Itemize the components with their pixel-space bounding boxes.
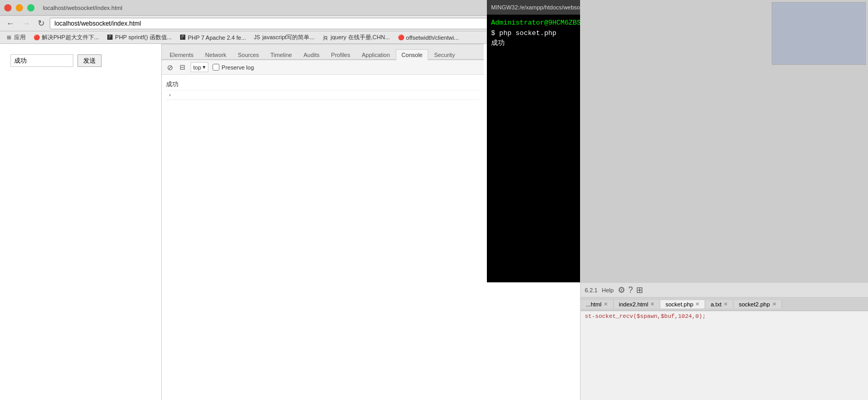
editor-tab-2-label: index2.html [619, 301, 648, 307]
send-button[interactable]: 发送 [77, 54, 102, 67]
context-selector[interactable]: top ▾ [191, 62, 208, 72]
editor-tab-5-close[interactable]: ✕ [772, 301, 776, 307]
devtools-toolbar: ⊘ ⊟ top ▾ Preserve log [162, 60, 484, 75]
tab-network[interactable]: Network [199, 49, 232, 60]
editor-help-btn[interactable]: ? [628, 285, 633, 295]
bookmark-1-label: 解决PHP超大文件下... [42, 33, 99, 41]
editor-help-link[interactable]: Help [602, 287, 614, 293]
editor-tab-2-close[interactable]: ✕ [650, 301, 654, 307]
bookmark-6-label: offsetwidth/clientwi... [406, 35, 459, 41]
context-dropdown-icon: ▾ [203, 64, 206, 71]
thumbnail-area [580, 0, 868, 282]
editor-tab-4-close[interactable]: ✕ [724, 301, 728, 307]
preserve-log-text: Preserve log [221, 64, 254, 71]
tab-audits[interactable]: Audits [298, 49, 326, 60]
devtools-panel: Elements Network Sources Timeline Audits… [161, 44, 484, 400]
editor-tab-4-label: a.txt [710, 301, 721, 307]
bk1-icon: 🔴 [33, 34, 40, 41]
console-chevron-icon[interactable]: › [166, 92, 174, 98]
editor-toolbar: 6.2.1 Help ⚙ ? ⊞ [581, 283, 868, 298]
editor-code-snippet: st-socket_recv($spawn,$buf,1024,0); [585, 313, 706, 319]
bookmark-5[interactable]: jq jquery 在线手册,CHN... [319, 32, 393, 42]
minimize-btn[interactable] [16, 4, 23, 12]
tab-sources[interactable]: Sources [232, 49, 264, 60]
bookmark-apps[interactable]: ⊞ 应用 [2, 32, 29, 42]
editor-settings-btn[interactable]: ⚙ [618, 285, 625, 295]
editor-panel: 6.2.1 Help ⚙ ? ⊞ ...html ✕ index2.html ✕… [580, 282, 868, 400]
bk2-icon: 🅿 [106, 34, 114, 41]
bookmark-apps-label: 应用 [14, 33, 26, 41]
console-output: 成功 › [162, 75, 484, 400]
console-chevron-entry: › [166, 90, 480, 100]
bk5-icon: jq [322, 34, 329, 41]
terminal-title-text: MINGW32:/e/xampp/htdocs/websocket [491, 4, 591, 10]
message-input[interactable] [10, 54, 73, 67]
bk3-icon: 🅿 [179, 34, 186, 41]
bookmark-6[interactable]: 🔴 offsetwidth/clientwi... [394, 33, 462, 42]
editor-tab-1-close[interactable]: ✕ [604, 301, 608, 307]
bookmark-3-label: PHP 7 Apache 2.4 fe... [188, 35, 246, 41]
filter-btn[interactable]: ⊟ [179, 62, 186, 72]
editor-code-area[interactable]: st-socket_recv($spawn,$buf,1024,0); [581, 311, 868, 322]
forward-btn[interactable]: → [20, 18, 32, 29]
editor-tab-5[interactable]: socket2.php ✕ [733, 300, 782, 308]
editor-tab-1[interactable]: ...html ✕ [581, 300, 614, 308]
bookmark-4[interactable]: JS javascript写的简单... [250, 32, 318, 42]
editor-tabs: ...html ✕ index2.html ✕ socket.php ✕ a.t… [581, 298, 868, 311]
console-text-1: 成功 [166, 80, 179, 89]
tab-elements[interactable]: Elements [164, 49, 199, 60]
editor-tab-5-label: socket2.php [739, 301, 770, 307]
editor-icon-buttons: ⚙ ? ⊞ [618, 285, 643, 295]
close-btn[interactable] [4, 4, 12, 12]
bookmark-4-label: javascript写的简单... [262, 33, 315, 41]
tab-security[interactable]: Security [428, 49, 461, 60]
context-label: top [193, 64, 201, 71]
preserve-log-checkbox[interactable] [213, 64, 219, 71]
bookmark-5-label: jquery 在线手册,CHN... [331, 33, 390, 41]
terminal-output: 成功 [491, 39, 505, 47]
bk6-icon: 🔴 [397, 34, 405, 41]
back-btn[interactable]: ← [4, 18, 17, 29]
editor-tab-3-label: socket.php [665, 301, 693, 307]
bookmark-2[interactable]: 🅿 PHP sprintf() 函数值... [103, 32, 175, 42]
preserve-log-label[interactable]: Preserve log [213, 64, 254, 71]
apps-icon: ⊞ [5, 34, 13, 41]
tab-console[interactable]: Console [396, 49, 428, 60]
maximize-btn[interactable] [27, 4, 35, 12]
tab-timeline[interactable]: Timeline [265, 49, 298, 60]
editor-tab-1-label: ...html [586, 301, 602, 307]
window-title: localhost/websocket/index.html [43, 5, 123, 11]
editor-tab-3-close[interactable]: ✕ [695, 301, 699, 307]
tab-application[interactable]: Application [356, 49, 396, 60]
bookmark-1[interactable]: 🔴 解决PHP超大文件下... [30, 32, 102, 42]
editor-action-btn[interactable]: ⊞ [636, 285, 643, 295]
thumbnail-image [772, 2, 866, 65]
editor-tab-4[interactable]: a.txt ✕ [705, 300, 733, 308]
editor-tab-3[interactable]: socket.php ✕ [660, 300, 705, 308]
bookmark-3[interactable]: 🅿 PHP 7 Apache 2.4 fe... [176, 33, 249, 42]
bookmark-2-label: PHP sprintf() 函数值... [115, 33, 172, 41]
tab-profiles[interactable]: Profiles [325, 49, 356, 60]
refresh-btn[interactable]: ↻ [36, 17, 47, 29]
editor-tab-2[interactable]: index2.html ✕ [614, 300, 660, 308]
editor-version: 6.2.1 [585, 287, 597, 293]
clear-console-btn[interactable]: ⊘ [166, 62, 174, 73]
devtools-tabs: Elements Network Sources Timeline Audits… [162, 44, 484, 60]
bk4-icon: JS [253, 34, 261, 41]
console-entry: 成功 [166, 79, 480, 90]
terminal-command: $ php socket.php [491, 29, 557, 37]
